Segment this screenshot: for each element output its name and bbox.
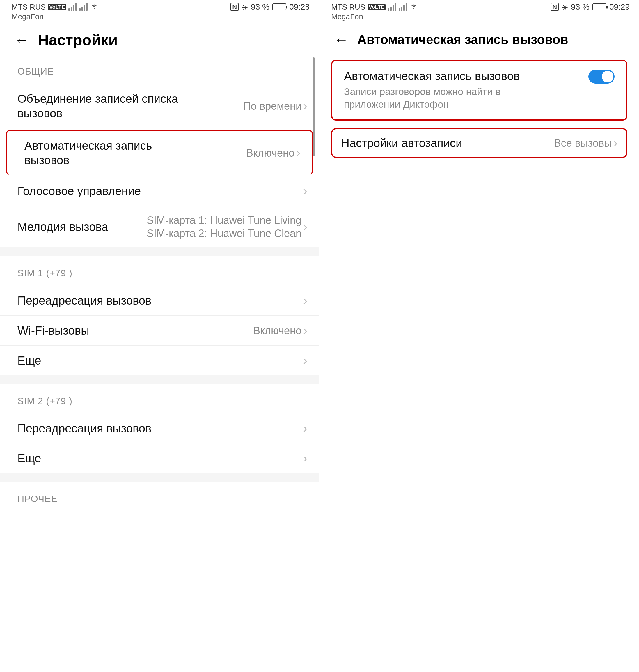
chevron-right-icon: › xyxy=(303,293,307,307)
section-header-sim1: SIM 1 (+79 ) xyxy=(0,256,319,286)
battery-percent: 93 % xyxy=(251,2,269,12)
bluetooth-icon: ⚹ xyxy=(562,3,568,12)
row-voice-control[interactable]: Голосовое управление › xyxy=(0,176,319,206)
status-bar: MTS RUS VoLTE MegaFon N ⚹ 93 % 09:28 xyxy=(0,0,319,22)
battery-percent: 93 % xyxy=(571,2,590,12)
header: ← Автоматическая запись вызовов xyxy=(320,22,639,54)
signal-icon xyxy=(388,3,396,11)
row-label: Переадресация вызовов xyxy=(17,421,151,436)
page-title: Настройки xyxy=(38,31,118,49)
chevron-right-icon: › xyxy=(303,220,307,234)
section-header-sim2: SIM 2 (+79 ) xyxy=(0,384,319,413)
row-label: Голосовое управление xyxy=(17,184,141,198)
chevron-right-icon: › xyxy=(303,421,307,435)
row-label: Переадресация вызовов xyxy=(17,293,151,308)
wifi-icon xyxy=(90,2,99,12)
row-ringtone[interactable]: Мелодия вызова SIM-карта 1: Huawei Tune … xyxy=(0,206,319,247)
section-divider xyxy=(0,375,319,384)
chevron-right-icon: › xyxy=(303,184,307,198)
nfc-icon: N xyxy=(231,3,239,11)
section-header-other: ПРОЧЕЕ xyxy=(0,482,319,511)
row-sim2-forwarding[interactable]: Переадресация вызовов › xyxy=(0,413,319,443)
signal-icon xyxy=(68,3,77,11)
signal-icon-2 xyxy=(79,3,88,11)
battery-icon xyxy=(272,3,286,11)
row-merge-call-logs[interactable]: Объединение записей списка вызовов По вр… xyxy=(0,84,319,128)
bluetooth-icon: ⚹ xyxy=(241,3,248,12)
row-sim1-wifi-calls[interactable]: Wi-Fi-вызовы Включено › xyxy=(0,316,319,346)
row-value: Включено xyxy=(253,324,301,337)
row-sim1-forwarding[interactable]: Переадресация вызовов › xyxy=(0,286,319,316)
section-divider xyxy=(0,247,319,256)
row-auto-record-toggle[interactable]: Автоматическая запись вызовов Записи раз… xyxy=(331,60,627,121)
battery-icon xyxy=(592,3,606,11)
back-arrow-icon[interactable]: ← xyxy=(334,31,348,48)
status-bar: MTS RUS VoLTE MegaFon N ⚹ 93 % 09:29 xyxy=(320,0,639,22)
signal-icon-2 xyxy=(399,3,407,11)
page-title: Автоматическая запись вызовов xyxy=(357,32,568,47)
wifi-icon xyxy=(409,2,418,12)
chevron-right-icon: › xyxy=(296,146,300,160)
chevron-right-icon: › xyxy=(303,99,307,113)
toggle-title: Автоматическая запись вызовов xyxy=(344,70,555,83)
row-sim2-more[interactable]: Еще › xyxy=(0,443,319,473)
volte-badge: VoLTE xyxy=(48,4,66,10)
toggle-subtitle: Записи разговоров можно найти в приложен… xyxy=(344,85,555,111)
row-value: По времени xyxy=(243,100,301,113)
row-label: Еще xyxy=(17,353,41,368)
carrier-sub-label: MegaFon xyxy=(12,12,99,21)
chevron-right-icon: › xyxy=(613,136,618,150)
row-auto-call-recording[interactable]: Автоматическая запись вызовов Включено › xyxy=(6,129,313,175)
auto-record-content: Автоматическая запись вызовов Записи раз… xyxy=(320,54,639,164)
chevron-right-icon: › xyxy=(303,451,307,465)
phone-screen-settings: MTS RUS VoLTE MegaFon N ⚹ 93 % 09:28 ← Н… xyxy=(0,0,320,672)
row-label: Объединение записей списка вызовов xyxy=(17,91,191,121)
section-divider xyxy=(0,473,319,482)
row-auto-record-settings[interactable]: Настройки автозаписи Все вызовы › xyxy=(331,128,627,158)
carrier-label: MTS RUS xyxy=(331,3,365,12)
chevron-right-icon: › xyxy=(303,353,307,367)
back-arrow-icon[interactable]: ← xyxy=(15,31,29,48)
row-label: Мелодия вызова xyxy=(17,219,108,234)
volte-badge: VoLTE xyxy=(368,4,386,10)
phone-screen-auto-record: MTS RUS VoLTE MegaFon N ⚹ 93 % 09:29 ← А… xyxy=(320,0,639,672)
row-label: Автоматическая запись вызовов xyxy=(25,138,190,167)
ringtone-sim1: SIM-карта 1: Huawei Tune Living xyxy=(147,214,301,227)
clock: 09:28 xyxy=(289,2,310,12)
toggle-switch[interactable] xyxy=(588,70,614,83)
clock: 09:29 xyxy=(609,2,630,12)
row-label: Настройки автозаписи xyxy=(341,136,462,150)
row-label: Еще xyxy=(17,451,41,465)
ringtone-sim2: SIM-карта 2: Huawei Tune Clean xyxy=(147,227,301,240)
settings-content: ОБЩИЕ Объединение записей списка вызовов… xyxy=(0,55,319,511)
carrier-label: MTS RUS xyxy=(12,3,46,12)
section-header-general: ОБЩИЕ xyxy=(0,55,319,84)
chevron-right-icon: › xyxy=(303,323,307,337)
carrier-sub-label: MegaFon xyxy=(331,12,418,21)
header: ← Настройки xyxy=(0,22,319,55)
row-value: Все вызовы xyxy=(554,137,612,150)
row-sim1-more[interactable]: Еще › xyxy=(0,346,319,375)
nfc-icon: N xyxy=(550,3,559,11)
row-label: Wi-Fi-вызовы xyxy=(17,323,89,338)
scrollbar[interactable] xyxy=(312,57,315,156)
row-value: Включено xyxy=(246,147,295,159)
